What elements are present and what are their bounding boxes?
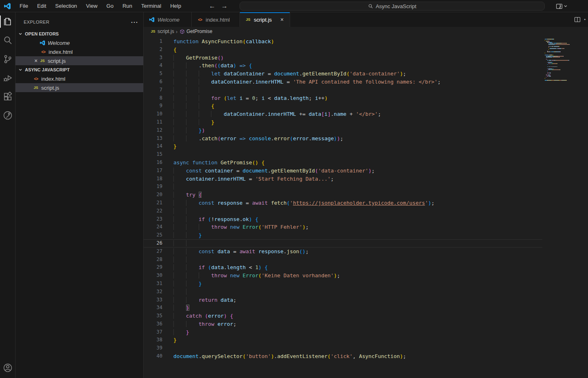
code-line[interactable]: 20 try { <box>144 191 542 199</box>
code-line[interactable]: 12 }) <box>144 126 542 135</box>
menu-edit[interactable]: Edit <box>33 0 51 12</box>
breadcrumb-separator: › <box>176 29 178 35</box>
split-editor-icon[interactable] <box>574 16 581 23</box>
open-editor-welcome[interactable]: Welcome <box>16 38 143 47</box>
code-line[interactable]: 39 <box>144 344 542 352</box>
menu-file[interactable]: File <box>15 0 33 12</box>
code-line[interactable]: 16async function GetPromise() { <box>144 159 542 167</box>
open-editor-index-html[interactable]: <> index.html <box>16 47 143 56</box>
line-number: 37 <box>144 328 162 336</box>
code-line[interactable]: 5 let dataContainer = document.getElemen… <box>144 70 542 78</box>
line-number: 21 <box>144 199 162 207</box>
line-number: 36 <box>144 320 162 328</box>
code-line[interactable]: 13 .catch(error => console.error(error.m… <box>144 135 542 143</box>
activitybar-explorer[interactable] <box>0 12 16 31</box>
forward-button[interactable]: → <box>221 2 228 10</box>
tab-script-js[interactable]: JS script.js × <box>240 12 290 27</box>
tab-index-html[interactable]: <> index.html <box>192 12 240 27</box>
code-line[interactable]: 33 return data; <box>144 296 542 304</box>
code-line[interactable]: 18 container.innerHTML = 'Start Fetching… <box>144 175 542 183</box>
folder-section-header[interactable]: ASYNC JAVASCRIPT <box>16 65 143 74</box>
code-line[interactable]: 31 } <box>144 280 542 288</box>
close-icon[interactable]: × <box>33 57 39 64</box>
tab-welcome[interactable]: Welcome <box>144 12 192 27</box>
code-line[interactable]: 14} <box>144 142 542 150</box>
open-editors-header[interactable]: OPEN EDITORS <box>16 29 143 38</box>
code-line[interactable]: 10 dataContainer.innerHTML += data[i].na… <box>144 110 542 118</box>
code-line[interactable]: 11 } <box>144 118 542 126</box>
activitybar-search[interactable] <box>0 31 16 50</box>
breadcrumb-symbol[interactable]: GetPromise <box>186 29 212 34</box>
code-line[interactable]: 28 <box>144 256 542 264</box>
code-line[interactable]: 24 throw new Error('HTTP Fehler'); <box>144 223 542 231</box>
code-line[interactable]: 36 throw error; <box>144 320 542 328</box>
line-number: 40 <box>144 352 162 360</box>
close-icon[interactable]: × <box>278 16 286 23</box>
menu-terminal[interactable]: Terminal <box>137 0 166 12</box>
code-editor[interactable]: 1function AsyncFunction(callback)2{3 Get… <box>144 36 588 378</box>
vscode-file-icon <box>149 16 155 23</box>
file-label: index.html <box>49 49 73 55</box>
menu-run[interactable]: Run <box>118 0 137 12</box>
explorer-more-actions[interactable]: ··· <box>131 19 138 26</box>
code-line[interactable]: 38} <box>144 336 542 344</box>
code-line[interactable]: 17 const container = document.getElement… <box>144 167 542 175</box>
code-line[interactable]: 15 <box>144 150 542 159</box>
code-line[interactable]: 32 <box>144 288 542 296</box>
code-line[interactable]: 21 const response = await fetch('https:/… <box>144 199 542 207</box>
customize-layout-icon[interactable] <box>556 3 563 10</box>
code-line[interactable]: 8 for (let i = 0; i < data.length; i++) <box>144 94 542 102</box>
file-script-js[interactable]: JS script.js <box>16 83 143 92</box>
menu-go[interactable]: Go <box>102 0 118 12</box>
code-line[interactable]: 29 if (data.length < 1) { <box>144 263 542 272</box>
code-line[interactable]: 3 GetPromise() <box>144 54 542 62</box>
activitybar-gitlens[interactable] <box>0 106 16 125</box>
code-line[interactable]: 37 } <box>144 328 542 336</box>
breadcrumb-file[interactable]: script.js <box>158 29 174 34</box>
line-number: 22 <box>144 207 162 215</box>
code-line[interactable]: 2{ <box>144 46 542 54</box>
activitybar-extensions[interactable] <box>0 87 16 106</box>
file-index-html[interactable]: <> index.html <box>16 74 143 83</box>
code-line[interactable]: 34 } <box>144 304 542 312</box>
code-lines[interactable]: 1function AsyncFunction(callback)2{3 Get… <box>144 36 542 360</box>
line-number: 35 <box>144 312 162 320</box>
minimap[interactable] <box>545 38 585 80</box>
activitybar-source-control[interactable] <box>0 50 16 69</box>
line-number: 25 <box>144 231 162 239</box>
command-center-search[interactable]: Async JavaScript <box>240 2 545 11</box>
code-line[interactable]: 22 <box>144 207 542 215</box>
line-number: 28 <box>144 256 162 264</box>
gitlens-icon <box>3 111 13 120</box>
search-icon <box>368 4 373 9</box>
code-line[interactable]: 40document.querySelector('button').addEv… <box>144 352 542 360</box>
code-line[interactable]: 23 if (!response.ok) { <box>144 215 542 223</box>
code-line[interactable]: 4 .then((data) => { <box>144 62 542 70</box>
code-line[interactable]: 19 <box>144 183 542 191</box>
code-line[interactable]: 7 <box>144 86 542 94</box>
file-label: index.html <box>41 76 65 82</box>
code-line[interactable]: 9 { <box>144 102 542 110</box>
menubar: File Edit Selection View Go Run Terminal… <box>15 0 186 12</box>
line-number: 24 <box>144 223 162 231</box>
line-number: 16 <box>144 159 162 167</box>
line-number: 32 <box>144 288 162 296</box>
activitybar-account[interactable] <box>0 358 16 377</box>
activitybar-run-debug[interactable] <box>0 69 16 87</box>
code-line[interactable]: 1function AsyncFunction(callback) <box>144 38 542 46</box>
code-line[interactable]: 27 const data = await response.json(); <box>144 248 542 256</box>
code-line[interactable]: 30 throw new Error('Keine Daten vorhande… <box>144 272 542 280</box>
menu-help[interactable]: Help <box>166 0 186 12</box>
code-line[interactable]: 35 catch (error) { <box>144 312 542 320</box>
menu-selection[interactable]: Selection <box>51 0 81 12</box>
menu-view[interactable]: View <box>82 0 102 12</box>
more-actions-icon[interactable]: ··· <box>584 16 586 23</box>
code-line[interactable]: 6 dataContainer.innerHTML = 'The API con… <box>144 78 542 86</box>
chevron-down-icon[interactable] <box>564 4 568 8</box>
code-line[interactable]: 26 <box>144 239 542 248</box>
code-line[interactable]: 25 } <box>144 231 542 239</box>
file-label: script.js <box>48 58 66 64</box>
line-number: 20 <box>144 191 162 199</box>
open-editor-script-js[interactable]: × JS script.js <box>16 56 143 65</box>
back-button[interactable]: ← <box>209 2 215 10</box>
